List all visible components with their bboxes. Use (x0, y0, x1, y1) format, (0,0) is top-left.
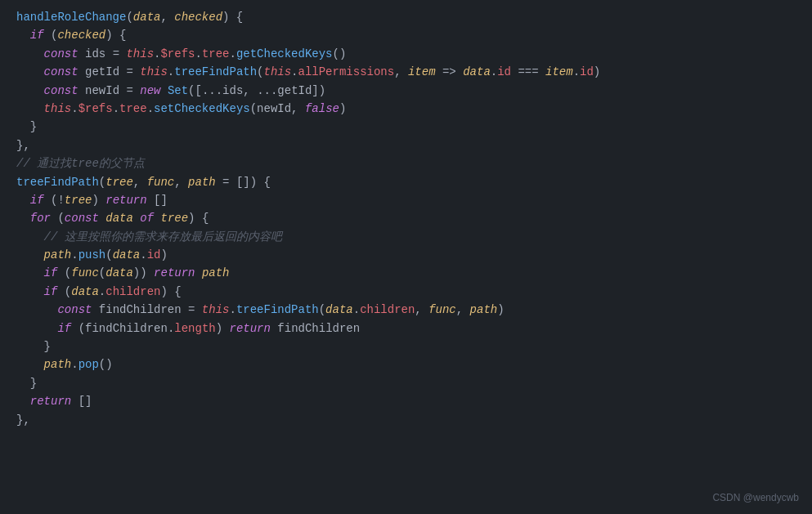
code-line-16: if (data.children) { (16, 283, 796, 301)
code-line-18: if (findChildren.length) return findChil… (16, 320, 796, 337)
code-line-21: } (16, 374, 796, 392)
code-line-15: if (func(data)) return path (16, 264, 796, 282)
code-line-6: this.$refs.tree.setCheckedKeys(newId, fa… (16, 100, 796, 118)
code-line-10: treeFindPath(tree, func, path = []) { (16, 173, 796, 191)
code-line-22: return [] (16, 392, 796, 410)
code-line-20: path.pop() (16, 355, 796, 373)
code-line-1: handleRoleChange(data, checked) { (16, 8, 796, 26)
code-line-23: }, (16, 411, 796, 429)
code-container: handleRoleChange(data, checked) { if (ch… (0, 0, 812, 514)
code-line-8: }, (16, 136, 796, 154)
code-line-7: } (16, 118, 796, 136)
code-line-9: // 通过找tree的父节点 (16, 154, 796, 172)
code-line-12: for (const data of tree) { (16, 209, 796, 227)
code-line-3: const ids = this.$refs.tree.getCheckedKe… (16, 45, 796, 63)
code-line-5: const newId = new Set([...ids, ...getId]… (16, 82, 796, 100)
code-line-11: if (!tree) return [] (16, 191, 796, 209)
code-line-2: if (checked) { (16, 26, 796, 44)
code-line-14: path.push(data.id) (16, 246, 796, 264)
code-line-19: } (16, 337, 796, 355)
code-line-13: // 这里按照你的需求来存放最后返回的内容吧 (16, 228, 796, 246)
code-line-17: const findChildren = this.treeFindPath(d… (16, 301, 796, 319)
brand-label: CSDN @wendycwb (712, 490, 799, 506)
code-line-4: const getId = this.treeFindPath(this.all… (16, 63, 796, 81)
